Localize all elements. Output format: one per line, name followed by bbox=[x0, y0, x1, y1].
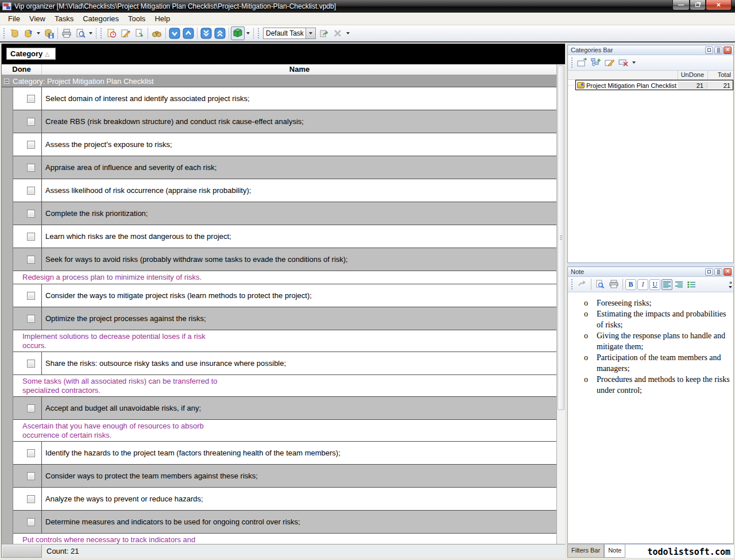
task-template-value[interactable]: Default Task bbox=[263, 28, 305, 39]
task-name[interactable]: Create RBS (risk breakdown structure) an… bbox=[42, 117, 304, 126]
task-checkbox[interactable] bbox=[27, 292, 35, 300]
underline-button[interactable]: U bbox=[649, 279, 660, 290]
task-name[interactable]: Consider the ways to mitigate project ri… bbox=[42, 291, 312, 300]
toolbar-grip[interactable] bbox=[3, 28, 6, 39]
task-row[interactable]: Share the risks: outsource risky tasks a… bbox=[2, 352, 557, 375]
task-checkbox[interactable] bbox=[27, 233, 35, 241]
open-database-dropdown[interactable] bbox=[37, 32, 40, 34]
task-row[interactable]: Appraise area of influence and severity … bbox=[2, 156, 557, 179]
task-checkbox[interactable] bbox=[27, 449, 35, 457]
move-down-button[interactable] bbox=[168, 26, 181, 40]
toolbar-grip[interactable] bbox=[571, 57, 574, 68]
open-database-button[interactable] bbox=[21, 26, 35, 40]
new-subcategory-button[interactable] bbox=[589, 56, 603, 69]
apply-note-button[interactable] bbox=[575, 277, 589, 291]
tab-filters-bar[interactable]: Filters Bar bbox=[567, 544, 604, 558]
menu-view[interactable]: View bbox=[25, 13, 50, 25]
task-checkbox[interactable] bbox=[27, 210, 35, 218]
notes-view-dropdown[interactable] bbox=[246, 32, 250, 34]
task-name[interactable]: Complete the risk prioritization; bbox=[42, 209, 148, 218]
task-row[interactable]: Consider ways to protect the team member… bbox=[2, 465, 557, 488]
close-panel-button[interactable] bbox=[724, 47, 732, 54]
toolbar-grip[interactable] bbox=[100, 28, 103, 39]
task-name[interactable]: Select domain of interest and identify a… bbox=[42, 94, 250, 103]
menu-tools[interactable]: Tools bbox=[123, 13, 150, 25]
task-row[interactable]: Assess likelihood of risk occurrence (ap… bbox=[2, 179, 557, 202]
delete-category-button[interactable] bbox=[617, 56, 630, 69]
task-name[interactable]: Assess the project's exposure to risks; bbox=[42, 140, 172, 149]
task-name[interactable]: Accept and budget all unavoidable risks,… bbox=[42, 404, 201, 412]
assign-resource-button[interactable] bbox=[317, 26, 331, 40]
task-template-dropdown[interactable] bbox=[305, 28, 316, 39]
delete-task-button[interactable] bbox=[132, 26, 146, 40]
task-name[interactable]: Appraise area of influence and severity … bbox=[42, 163, 216, 172]
collapse-icon[interactable] bbox=[4, 79, 9, 84]
menu-help[interactable]: Help bbox=[150, 13, 175, 25]
find-button[interactable] bbox=[150, 26, 164, 40]
save-database-button[interactable] bbox=[42, 26, 56, 40]
task-name[interactable]: Learn which risks are the most dangerous… bbox=[42, 232, 231, 241]
move-up-button[interactable] bbox=[181, 26, 195, 40]
note-editor[interactable]: oForeseeing risks;oEstimating the impact… bbox=[568, 293, 733, 543]
restore-button[interactable] bbox=[690, 0, 706, 10]
task-row[interactable]: Identify the hazards to the project team… bbox=[2, 442, 557, 465]
column-category-name[interactable] bbox=[568, 71, 678, 79]
column-header-done[interactable]: Done bbox=[2, 64, 42, 75]
bold-button[interactable]: B bbox=[625, 279, 636, 290]
toolbar-grip[interactable] bbox=[257, 28, 260, 39]
note-print-preview-button[interactable] bbox=[593, 277, 607, 291]
task-checkbox[interactable] bbox=[27, 95, 35, 103]
note-panel-titlebar[interactable]: Note bbox=[568, 267, 733, 277]
note-row[interactable]: Redesign a process plan to minimize inte… bbox=[2, 271, 557, 284]
scrollbar-thumb[interactable] bbox=[558, 65, 564, 410]
task-row[interactable]: Seek for ways to avoid risks (probably w… bbox=[2, 248, 557, 271]
task-row[interactable]: Analyze the ways to prevent or reduce ha… bbox=[2, 488, 557, 511]
new-category-button[interactable] bbox=[575, 56, 589, 69]
print-preview-button[interactable] bbox=[74, 26, 87, 40]
task-name[interactable]: Analyze the ways to prevent or reduce ha… bbox=[42, 495, 203, 503]
print-button[interactable] bbox=[60, 26, 74, 40]
task-checkbox[interactable] bbox=[27, 118, 35, 126]
new-database-button[interactable] bbox=[7, 26, 21, 40]
edit-category-button[interactable] bbox=[603, 56, 617, 69]
print-preview-dropdown[interactable] bbox=[89, 32, 92, 34]
align-right-button[interactable] bbox=[674, 279, 684, 290]
task-row[interactable]: Consider the ways to mitigate project ri… bbox=[2, 284, 557, 307]
italic-button[interactable]: I bbox=[637, 279, 648, 290]
task-name[interactable]: Assess likelihood of risk occurrence (ap… bbox=[42, 186, 251, 195]
move-to-bottom-button[interactable] bbox=[199, 26, 213, 40]
pin-button[interactable] bbox=[714, 268, 722, 276]
toolbar-overflow-dropdown[interactable] bbox=[346, 32, 350, 34]
task-name[interactable]: Optimize the project processes against t… bbox=[42, 314, 206, 323]
note-row[interactable]: Ascertain that you have enough of resour… bbox=[2, 420, 557, 442]
task-row[interactable]: Select domain of interest and identify a… bbox=[2, 87, 557, 110]
close-button[interactable]: ✕ bbox=[706, 0, 732, 10]
task-checkbox[interactable] bbox=[27, 164, 35, 172]
note-row[interactable]: Some tasks (with all associated risks) c… bbox=[2, 375, 557, 397]
bullet-list-button[interactable] bbox=[686, 279, 697, 290]
task-row[interactable]: Assess the project's exposure to risks; bbox=[2, 133, 557, 156]
column-header-name[interactable]: Name bbox=[42, 64, 557, 75]
task-checkbox[interactable] bbox=[27, 518, 35, 526]
edit-task-button[interactable] bbox=[118, 26, 132, 40]
task-checkbox[interactable] bbox=[27, 404, 35, 412]
new-task-button[interactable] bbox=[105, 26, 118, 40]
note-print-button[interactable] bbox=[607, 277, 621, 291]
task-name[interactable]: Determine measures and indicators to be … bbox=[42, 517, 300, 526]
task-row[interactable]: Determine measures and indicators to be … bbox=[2, 511, 557, 534]
task-checkbox[interactable] bbox=[27, 472, 35, 480]
minimize-button[interactable]: — bbox=[672, 0, 690, 10]
task-checkbox[interactable] bbox=[27, 256, 35, 264]
task-checkbox[interactable] bbox=[27, 495, 35, 503]
float-button[interactable] bbox=[705, 268, 713, 276]
task-checkbox[interactable] bbox=[27, 315, 35, 323]
column-undone[interactable]: UnDone bbox=[678, 71, 708, 79]
task-row[interactable]: Learn which risks are the most dangerous… bbox=[2, 225, 557, 248]
task-name[interactable]: Share the risks: outsource risky tasks a… bbox=[42, 359, 286, 368]
float-button[interactable] bbox=[705, 47, 713, 54]
group-by-category[interactable]: Category△ bbox=[6, 48, 56, 60]
category-group-row[interactable]: Category: Project Mitigation Plan Checkl… bbox=[2, 75, 557, 87]
tab-note[interactable]: Note bbox=[604, 544, 625, 558]
column-total[interactable]: Total bbox=[708, 71, 733, 79]
toolbar-grip[interactable] bbox=[571, 279, 574, 290]
